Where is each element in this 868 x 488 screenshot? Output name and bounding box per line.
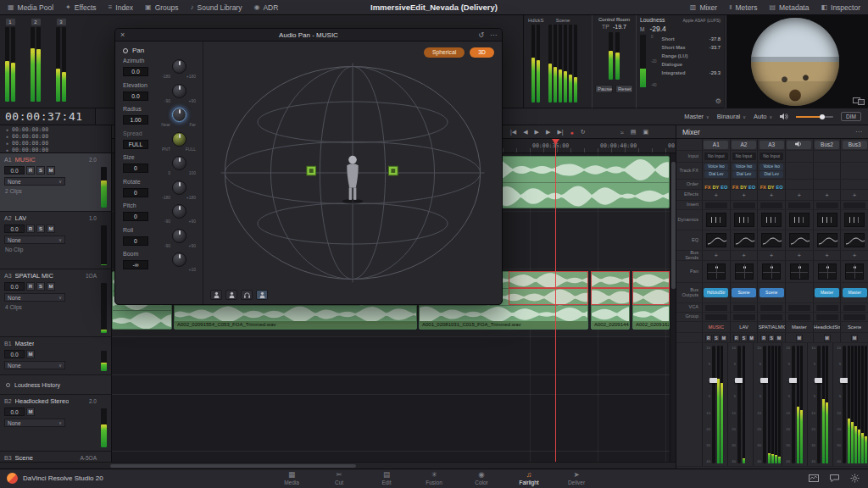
toolbar-button-adr[interactable]: ◉ADR	[253, 3, 278, 12]
toolbar-button-meters[interactable]: ‖Meters	[729, 3, 757, 12]
resolve-logo-icon[interactable]	[7, 473, 18, 484]
vca-slot[interactable]	[843, 305, 865, 311]
pitch-value[interactable]: 0	[123, 212, 148, 221]
record-arm-button[interactable]: R	[26, 225, 35, 233]
track-header-a1[interactable]: A1MUSIC2.00.0RSMNone∨2 Clips	[0, 153, 111, 212]
pan-3d-sphere[interactable]	[209, 53, 497, 292]
mixer-cell-dyn-lav[interactable]	[730, 210, 758, 230]
audio-pan-titlebar[interactable]: × Audio Pan - MUSIC ↺ ⋯	[115, 29, 502, 42]
track-input-dropdown[interactable]: None∨	[4, 236, 65, 244]
record-icon[interactable]: ●	[570, 130, 574, 136]
voice-iso-button[interactable]: Voice Iso	[732, 164, 756, 170]
mute-button[interactable]: M	[776, 335, 782, 341]
group-slot[interactable]	[705, 314, 727, 320]
mixer-cell-insert-lav[interactable]	[730, 201, 758, 209]
mixer-cell-pan-master[interactable]	[785, 261, 813, 282]
mixer-cell-effects-spatialmic[interactable]: +	[757, 190, 785, 200]
mute-button[interactable]: M	[26, 408, 35, 416]
mixer-cell-eq-scene[interactable]	[840, 230, 868, 250]
mixer-cell-fx-headlckdstr[interactable]	[813, 163, 841, 179]
mixer-cell-pan-lav[interactable]	[730, 261, 758, 282]
fader-track[interactable]	[737, 346, 741, 463]
jump-start-icon[interactable]: |◀	[510, 129, 516, 136]
automation-icon[interactable]: ▤	[631, 129, 637, 136]
listener-view-icon[interactable]	[256, 290, 268, 300]
add-effect-icon[interactable]: +	[742, 191, 746, 199]
fader-track[interactable]	[843, 346, 846, 463]
add-send-icon[interactable]: +	[853, 252, 857, 259]
radius-knob[interactable]	[172, 108, 186, 122]
insert-slot[interactable]	[816, 202, 838, 208]
mixer-cell-fx-scene[interactable]	[840, 163, 868, 179]
cue-row[interactable]: ▪00:00:00:00	[0, 147, 111, 153]
eq-widget[interactable]	[844, 233, 865, 247]
group-slot[interactable]	[733, 314, 755, 320]
mixer-cell-pan-scene[interactable]	[840, 261, 868, 282]
mixer-cell-fx-music[interactable]: Voice IsoDial Lev	[702, 163, 730, 179]
add-effect-icon[interactable]: +	[770, 191, 774, 199]
track-header-loudness-history[interactable]: Loudness History	[0, 375, 111, 395]
dial-lev-button[interactable]: Dial Lev	[760, 171, 783, 178]
add-effect-icon[interactable]: +	[715, 191, 719, 199]
azimuth-value[interactable]: 0.0	[123, 67, 148, 76]
track-gain-field[interactable]: 0.0	[4, 166, 25, 175]
mixer-cell-insert-headlckdstr[interactable]	[813, 201, 841, 209]
fader-strip-scene[interactable]: 1050510203040	[832, 343, 868, 466]
mixer-cell-effects-lav[interactable]: +	[730, 190, 758, 200]
timeline-vertical-scrollbar[interactable]	[670, 153, 676, 462]
fader-track[interactable]	[763, 346, 766, 463]
elevation-value[interactable]: 0.0	[123, 92, 148, 101]
fader-strip-headlckdstr[interactable]: 1050510203040	[807, 343, 832, 466]
input-selector[interactable]: No Input	[704, 152, 728, 160]
mixer-cell-pan-spatialmic[interactable]	[757, 261, 785, 282]
insert-slot[interactable]	[788, 202, 810, 208]
add-send-icon[interactable]: +	[798, 252, 802, 259]
mixer-cell-pan-headlckdstr[interactable]	[813, 261, 841, 282]
options-menu-icon[interactable]: ⋯	[490, 29, 497, 42]
mixer-cell-group-lav[interactable]	[730, 313, 758, 321]
dynamics-widget[interactable]	[789, 213, 810, 227]
mixer-cell-order-lav[interactable]: FXDYEQ	[730, 180, 758, 189]
pitch-knob[interactable]	[172, 204, 186, 219]
bus-output-button[interactable]: Scene	[760, 288, 784, 297]
monitor-format-dropdown[interactable]: Binaural∨	[717, 113, 746, 120]
channel-tab-spatialmic[interactable]: A3	[757, 139, 785, 150]
cue-row[interactable]: ▪00:00:00:00	[0, 126, 111, 133]
rotate-value[interactable]: 0	[123, 188, 148, 197]
record-arm-button[interactable]: R	[733, 335, 740, 341]
mixer-cell-order-headlckdstr[interactable]	[813, 180, 841, 189]
pan-widget[interactable]	[707, 263, 726, 280]
record-arm-button[interactable]: R	[26, 282, 35, 291]
bus-output-button[interactable]: HdlckdStr	[704, 288, 728, 297]
mixer-cell-vca-scene[interactable]	[840, 303, 868, 312]
mixer-cell-vca-master[interactable]	[785, 303, 813, 312]
track-gain-field[interactable]: 0.0	[4, 225, 25, 233]
mixer-cell-group-music[interactable]	[702, 313, 730, 321]
dynamics-widget[interactable]	[817, 213, 837, 227]
group-slot[interactable]	[816, 314, 838, 320]
input-selector[interactable]: No Input	[760, 152, 783, 160]
track-header-a2[interactable]: A2LAV1.00.0RSMNone∨No Clip	[0, 212, 111, 269]
mixer-cell-insert-scene[interactable]	[840, 201, 868, 209]
mixer-cell-rsm-master[interactable]: M	[785, 333, 813, 342]
pan-mode-3d[interactable]: 3D	[470, 47, 494, 58]
mixer-cell-dyn-spatialmic[interactable]	[757, 210, 785, 230]
chat-icon[interactable]	[830, 474, 839, 482]
toolbar-button-index[interactable]: ≡Index	[108, 3, 133, 12]
toolbar-button-sound-library[interactable]: ♪Sound Library	[191, 3, 242, 12]
speaker-icon[interactable]	[780, 113, 788, 120]
channel-tab-master[interactable]	[785, 139, 813, 150]
solo-button[interactable]: S	[36, 166, 45, 175]
track-header-b2[interactable]: B2Headlocked Stereo2.00.0MNone∨	[0, 395, 111, 452]
mixer-cell-input-scene[interactable]	[840, 151, 868, 162]
record-arm-button[interactable]: R	[705, 335, 712, 341]
voice-iso-button[interactable]: Voice Iso	[704, 164, 728, 170]
jump-end-icon[interactable]: ▶|	[557, 129, 563, 136]
mixer-cell-fx-lav[interactable]: Voice IsoDial Lev	[730, 163, 758, 179]
insert-slot[interactable]	[733, 202, 755, 208]
mixer-cell-busout-lav[interactable]: Scene	[730, 283, 758, 302]
mixer-cell-sends-headlckdstr[interactable]: +	[813, 251, 841, 260]
page-tab-edit[interactable]: ▤Edit	[363, 469, 410, 486]
mixer-cell-rsm-lav[interactable]: RSM	[730, 333, 758, 342]
track-input-dropdown[interactable]: None∨	[4, 361, 65, 369]
